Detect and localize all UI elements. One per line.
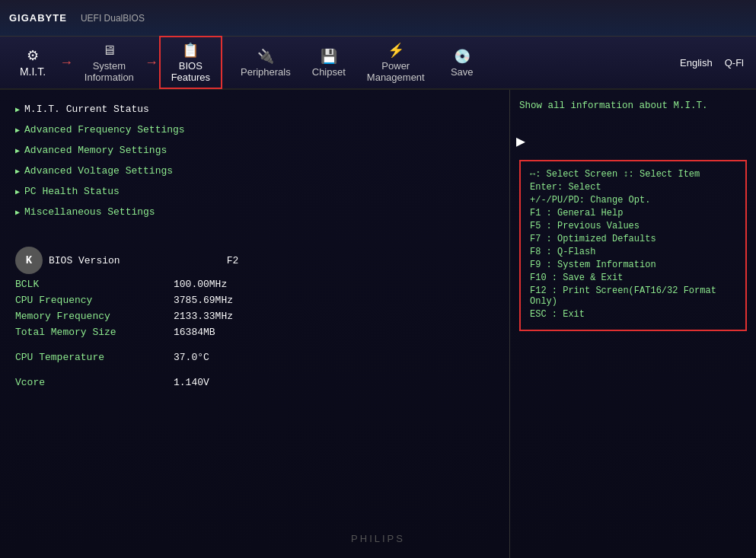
key-select-screen: ↔: Select Screen ↕: Select Item (530, 169, 736, 180)
language-selector[interactable]: English (680, 57, 713, 69)
key-f9: F9 : System Information (530, 260, 736, 270)
nav-item-chipset[interactable]: 💾 Chipset (301, 43, 356, 82)
vcore-label: Vcore (15, 377, 167, 388)
cpu-temp-value: 37.0°C (174, 352, 209, 363)
nav-right: English Q-Fl (680, 57, 750, 69)
arrow-icon-4: ▶ (15, 167, 20, 176)
bios-version-label: BIOS Version (49, 255, 120, 266)
info-row-cpu-temp: CPU Temperature 37.0°C (15, 352, 503, 363)
bclk-label: BCLK (15, 279, 167, 290)
cpu-temp-label: CPU Temperature (15, 352, 167, 363)
chipset-icon: 💾 (321, 48, 337, 65)
menu-item-advanced-mem[interactable]: ▶ Advanced Memory Settings (9, 140, 509, 161)
menu-label-misc: Miscellaneous Settings (24, 206, 155, 218)
info-row-memory-freq: Memory Frequency 2133.33MHz (15, 311, 503, 322)
nav-arrow: → (62, 55, 71, 70)
menu-item-mit-current-status[interactable]: ▶ M.I.T. Current Status (9, 99, 509, 120)
info-row-vcore: Vcore 1.140V (15, 377, 503, 388)
nav-label-peripherals: Peripherals (241, 66, 291, 78)
arrow-icon-5: ▶ (15, 187, 20, 196)
left-panel: ▶ M.I.T. Current Status ▶ Advanced Frequ… (0, 90, 510, 558)
key-f8: F8 : Q-Flash (530, 247, 736, 257)
menu-label-pc-health: PC Health Status (24, 186, 120, 197)
arrow-icon-3: ▶ (15, 146, 20, 155)
vcore-value: 1.140V (174, 377, 209, 388)
menu-item-advanced-freq[interactable]: ▶ Advanced Frequency Settings (9, 120, 509, 140)
cpu-freq-label: CPU Frequency (15, 295, 167, 306)
memory-freq-label: Memory Frequency (15, 311, 167, 322)
bottom-brand: PHILIPS (351, 533, 405, 544)
nav-item-power-management[interactable]: ⚡ Power Management (356, 37, 435, 88)
menu-item-advanced-volt[interactable]: ▶ Advanced Voltage Settings (9, 161, 509, 181)
peripherals-icon: 🔌 (257, 48, 274, 65)
info-section: K BIOS Version F2 BCLK 100.00MHz CPU Fre… (9, 238, 509, 402)
nav-label-save: Save (451, 66, 474, 78)
nav-bar: ⚙ M.I.T. → 🖥 System Information → 📋 BIOS… (0, 37, 756, 90)
menu-label-advanced-mem: Advanced Memory Settings (24, 145, 167, 156)
nav-label-mit: M.I.T. (20, 65, 46, 78)
keys-help: ↔: Select Screen ↕: Select Item Enter: S… (519, 160, 747, 331)
nav-label-power-management: Power Management (367, 60, 425, 83)
description-text: Show all information about M.I.T. (519, 99, 747, 113)
nav-label-chipset: Chipset (312, 66, 346, 78)
key-f7: F7 : Optimized Defaults (530, 234, 736, 244)
key-f12: F12 : Print Screen(FAT16/32 Format Only) (530, 285, 736, 307)
nav-item-peripherals[interactable]: 🔌 Peripherals (230, 43, 301, 82)
nav-item-save[interactable]: 💿 Save (435, 43, 489, 82)
info-row-total-mem: Total Memory Size 16384MB (15, 327, 503, 338)
bios-version-row: K BIOS Version F2 (15, 247, 503, 274)
gigabyte-logo: GIGABYTE (9, 12, 67, 24)
menu-label-advanced-freq: Advanced Frequency Settings (24, 124, 185, 136)
arrow-cursor: ▶ (516, 132, 747, 151)
bclk-value: 100.00MHz (174, 279, 227, 290)
save-icon: 💿 (454, 48, 471, 65)
cpu-freq-value: 3785.69MHz (174, 295, 233, 306)
arrow-icon-6: ▶ (15, 208, 20, 217)
uefi-label: UEFI DualBIOS (81, 13, 145, 24)
system-info-icon: 🖥 (102, 43, 116, 59)
menu-item-pc-health[interactable]: ▶ PC Health Status (9, 181, 509, 202)
menu-label-mit-current-status: M.I.T. Current Status (24, 104, 149, 115)
key-f1: F1 : General Help (530, 208, 736, 218)
info-row-bclk: BCLK 100.00MHz (15, 279, 503, 290)
menu-label-advanced-volt: Advanced Voltage Settings (24, 165, 173, 177)
key-f10: F10 : Save & Exit (530, 273, 736, 283)
nav-item-system-info[interactable]: 🖥 System Information (74, 38, 145, 88)
total-mem-value: 16384MB (174, 327, 215, 338)
info-row-cpu-freq: CPU Frequency 3785.69MHz (15, 295, 503, 306)
total-mem-label: Total Memory Size (15, 327, 167, 338)
nav-item-mit[interactable]: ⚙ M.I.T. (6, 43, 59, 82)
memory-freq-value: 2133.33MHz (174, 311, 233, 322)
nav-item-bios-features[interactable]: 📋 BIOS Features (159, 36, 222, 89)
nav-label-system-info: System Information (85, 60, 134, 83)
key-change-opt: +/-/PU/PD: Change Opt. (530, 195, 736, 206)
main-content: ▶ M.I.T. Current Status ▶ Advanced Frequ… (0, 90, 756, 558)
arrow-icon-2: ▶ (15, 126, 20, 135)
mit-icon: ⚙ (27, 47, 39, 64)
bios-version-circle-letter: K (26, 254, 32, 266)
right-panel: Show all information about M.I.T. ▶ ↔: S… (510, 90, 756, 558)
key-enter: Enter: Select (530, 182, 736, 193)
nav-label-bios-features: BIOS Features (171, 60, 210, 83)
power-icon: ⚡ (388, 42, 404, 59)
bios-version-value: F2 (227, 255, 239, 266)
nav-arrow-2: → (148, 55, 156, 70)
bios-features-icon: 📋 (182, 42, 199, 59)
bios-version-circle: K (15, 247, 43, 274)
menu-item-misc[interactable]: ▶ Miscellaneous Settings (9, 202, 509, 222)
key-f5: F5 : Previous Values (530, 221, 736, 231)
top-bar: GIGABYTE UEFI DualBIOS (0, 0, 756, 37)
qflash-label[interactable]: Q-Fl (725, 57, 744, 69)
arrow-icon-1: ▶ (15, 105, 20, 114)
key-esc: ESC : Exit (530, 309, 736, 320)
